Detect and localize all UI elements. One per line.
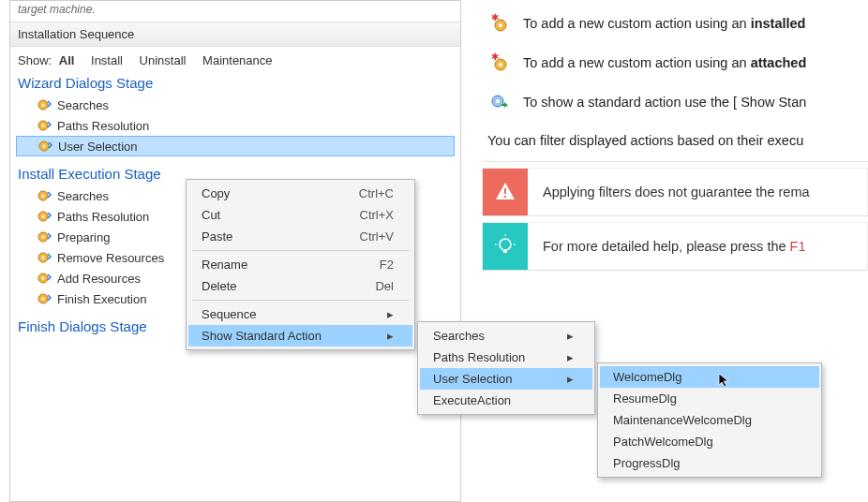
context-menu: CopyCtrl+C CutCtrl+X PasteCtrl+V RenameF… [186,179,415,350]
gear-icon [37,271,52,286]
svg-point-11 [42,236,45,239]
svg-point-22 [499,63,502,66]
gear-icon [37,291,52,306]
tree-item-selected[interactable]: User Selection [16,136,455,156]
submenu-searches[interactable]: Searches▸ [420,325,592,347]
svg-point-28 [500,239,511,250]
menu-copy[interactable]: CopyCtrl+C [188,183,412,204]
separator [482,161,868,162]
submenu-user-selection[interactable]: User Selection▸ [420,368,592,390]
tree-label: Searches [57,98,109,112]
chevron-right-icon: ▸ [567,329,574,343]
svg-point-25 [496,99,500,103]
stage-wizard-title[interactable]: Wizard Dialogs Stage [10,71,460,93]
help-filter-text: You can filter displayed actions based o… [472,122,868,155]
svg-point-3 [42,125,45,127]
submenu-patchwelcomedlg[interactable]: PatchWelcomeDlg [600,431,819,452]
callout-info: For more detailed help, please press the… [482,222,868,271]
svg-text:✱: ✱ [491,13,499,22]
callout-text: Applying filters does not guarantee the … [543,185,810,199]
callout-text: For more detailed help, please press the… [543,239,806,254]
menu-delete[interactable]: DeleteDel [188,275,412,297]
gear-icon [37,209,52,224]
menu-show-standard-action[interactable]: Show Standard Action▸ [188,325,412,347]
svg-point-13 [42,257,45,259]
filter-uninstall[interactable]: Uninstall [140,53,187,67]
submenu-execute-action[interactable]: ExecuteAction [420,390,592,411]
gear-icon [37,118,52,133]
menu-sequence[interactable]: Sequence▸ [188,303,412,325]
submenu-standard-action: Searches▸ Paths Resolution▸ User Selecti… [417,321,595,415]
filter-label: Show: [18,53,52,67]
help-text: To add a new custom action using an inst… [523,16,805,31]
menu-paste[interactable]: PasteCtrl+V [188,226,412,247]
gear-arrow-icon [487,90,512,114]
svg-rect-29 [503,250,507,253]
help-text: To add a new custom action using an atta… [523,55,806,70]
tree-label: User Selection [58,140,138,154]
svg-point-7 [42,195,45,198]
svg-point-17 [42,298,45,301]
svg-point-1 [42,104,45,107]
section-header: Installation Sequence [10,22,460,47]
submenu-paths[interactable]: Paths Resolution▸ [420,347,592,368]
filter-bar: Show: All Install Uninstall Maintenance [10,47,460,71]
tree-label: Paths Resolution [57,119,149,133]
callout-warning: Applying filters does not guarantee the … [482,168,868,216]
gear-icon [37,250,52,265]
tree-item[interactable]: Paths Resolution [10,115,460,136]
chevron-right-icon: ▸ [387,307,394,321]
help-line: ✱ To add a new custom action using an at… [472,43,868,82]
star-gear-icon: ✱ [487,51,512,75]
help-text: To show a standard action use the [ Show… [523,95,806,110]
svg-rect-26 [504,188,506,194]
submenu-progressdlg[interactable]: ProgressDlg [600,452,819,474]
svg-point-9 [42,215,45,218]
tree-label: Add Resources [57,272,141,286]
gear-icon [37,139,52,154]
svg-point-19 [499,23,502,27]
wizard-tree: Searches Paths Resolution User Selection [10,93,460,162]
chevron-right-icon: ▸ [567,350,574,364]
svg-point-15 [42,277,45,280]
tree-label: Paths Resolution [57,210,149,224]
submenu-user-selection-dialogs: WelcomeDlg ResumeDlg MaintenanceWelcomeD… [597,362,822,478]
filter-all[interactable]: All [59,53,75,67]
gear-icon [37,188,52,203]
gear-icon [37,97,52,112]
chevron-right-icon: ▸ [387,329,394,343]
filter-maintenance[interactable]: Maintenance [202,53,272,67]
svg-text:✱: ✱ [491,52,499,62]
submenu-resumedlg[interactable]: ResumeDlg [600,388,819,409]
svg-point-5 [43,145,46,148]
lightbulb-icon [483,223,528,270]
filter-install[interactable]: Install [91,53,123,67]
tree-label: Searches [57,189,109,203]
warning-icon [483,169,528,215]
gear-icon [37,229,52,244]
chevron-right-icon: ▸ [567,372,574,386]
star-gear-icon: ✱ [487,11,512,36]
svg-rect-27 [504,196,506,198]
tree-item[interactable]: Searches [10,95,460,115]
tree-label: Remove Resources [57,251,164,265]
hint-text: target machine. [10,1,460,22]
submenu-maintenancewelcomedlg[interactable]: MaintenanceWelcomeDlg [600,409,819,431]
menu-rename[interactable]: RenameF2 [188,254,412,275]
menu-cut[interactable]: CutCtrl+X [188,204,412,226]
submenu-welcomedlg[interactable]: WelcomeDlg [600,366,819,388]
menu-separator [192,300,409,301]
tree-label: Preparing [57,230,110,244]
help-line: To show a standard action use the [ Show… [472,82,868,122]
tree-label: Finish Execution [57,292,146,306]
menu-separator [192,250,409,251]
help-line: ✱ To add a new custom action using an in… [472,4,868,43]
